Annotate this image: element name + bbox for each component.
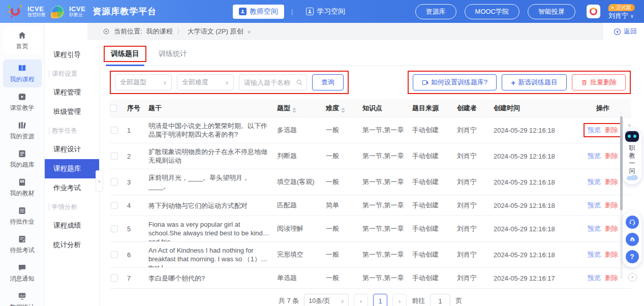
annotation-box-filters: 全部题型∨ 全部难度∨ 查询	[110, 71, 349, 94]
headset-icon	[629, 219, 636, 226]
user-menu[interactable]: 刘肖宁 ∨	[608, 12, 634, 19]
preview-link[interactable]: 预览	[588, 251, 601, 258]
sidebar-item-my-question-bank[interactable]: 我的题库	[3, 145, 42, 173]
row-checkbox[interactable]	[111, 251, 118, 258]
close-icon: ×	[631, 274, 634, 280]
menu-item-homework-exams[interactable]: 作业考试	[45, 178, 99, 198]
menu-item-class-management[interactable]: 班级管理	[45, 102, 99, 121]
row-operations: 预览删除	[585, 272, 621, 284]
delete-link[interactable]: 删除	[605, 126, 618, 134]
row-checkbox[interactable]	[111, 225, 118, 232]
help-button[interactable]: ?	[626, 250, 639, 263]
question-source: 手动创建	[412, 121, 457, 139]
location-icon	[103, 28, 110, 35]
sidebar-item-data-statistics[interactable]: 数据统计	[3, 287, 42, 306]
video-help-icon	[422, 79, 428, 86]
resource-library-button[interactable]: 资源库	[415, 4, 456, 19]
question-type: 完形填空	[277, 246, 326, 263]
goto-page-input[interactable]	[430, 294, 450, 306]
top-header: ICVE智慧职教 ICVE职教云 资源库教学平台 教师空间 | 学习空间	[0, 0, 644, 23]
delete-link[interactable]: 删除	[605, 251, 618, 258]
back-arrow-icon	[614, 28, 621, 36]
col-header-stem: 题干	[148, 104, 277, 113]
preview-link[interactable]: 预览	[588, 274, 601, 282]
preview-link[interactable]: 预览	[588, 178, 601, 186]
row-operations: 预览删除	[585, 150, 621, 162]
breadcrumb-current[interactable]: 大学语文 (2P) 原创	[188, 27, 243, 36]
row-index: 2	[127, 148, 148, 164]
sidebar-item-my-resources[interactable]: 我的资源	[3, 116, 42, 144]
user-avatar[interactable]	[587, 5, 600, 18]
menu-item-course-guide[interactable]: 课程引导	[45, 45, 99, 65]
sidebar-item-classroom-teaching[interactable]: 课堂教学	[3, 88, 42, 116]
question-bank-icon	[17, 149, 27, 159]
tab-training-statistics[interactable]: 训练统计	[158, 45, 188, 66]
breadcrumb-chevron-icon[interactable]: ∨	[247, 29, 251, 35]
col-header-knowledge: 知识点	[362, 104, 412, 113]
delete-link[interactable]: 删除	[605, 152, 618, 160]
page-1-button[interactable]: 1	[373, 294, 387, 306]
difficulty-select[interactable]: 全部难度∨	[177, 74, 234, 90]
sort-icon[interactable]	[292, 108, 296, 113]
page-size-select[interactable]: 10条/页∨	[304, 294, 349, 306]
add-training-questions-button[interactable]: + 新选训练题目	[502, 74, 567, 90]
created-time: 2024-05-29 12:16:18	[494, 221, 578, 237]
preview-link[interactable]: 预览	[588, 126, 601, 134]
menu-item-statistical-analysis[interactable]: 统计分析	[45, 235, 99, 255]
preview-link[interactable]: 预览	[588, 152, 601, 160]
edition-badge: 正式版	[608, 4, 635, 11]
preview-link[interactable]: 预览	[588, 225, 601, 232]
row-checkbox[interactable]	[111, 202, 118, 209]
sort-icon[interactable]	[341, 108, 345, 113]
delete-link[interactable]: 删除	[605, 178, 618, 186]
col-header-difficulty[interactable]: 难度	[326, 104, 362, 113]
menu-item-course-grades[interactable]: 课程成绩	[45, 216, 99, 235]
row-checkbox[interactable]	[111, 274, 118, 282]
left-sidebar: 首页 我的课程 课堂教学 我的资源 我的题库 我的教材	[0, 23, 45, 306]
row-checkbox[interactable]	[111, 152, 118, 160]
learning-space-button[interactable]: 学习空间	[300, 5, 351, 19]
sidebar-item-pending-exams[interactable]: 待批考试	[3, 230, 42, 258]
back-link[interactable]: 返回	[614, 27, 637, 36]
prev-page-button[interactable]: ‹	[354, 294, 368, 306]
delete-link[interactable]: 删除	[605, 201, 618, 209]
tab-training-questions[interactable]: 训练题目	[110, 45, 140, 66]
ai-assistant-widget[interactable]: 职教一问	[623, 129, 641, 185]
menu-item-course-question-bank[interactable]: 课程题库	[45, 159, 99, 178]
created-time: 2024-05-29 12:16:18	[494, 123, 578, 138]
menu-collapse-button[interactable]: «	[96, 170, 103, 192]
preview-link[interactable]: 预览	[588, 201, 601, 209]
search-button[interactable]: 查询	[312, 74, 344, 90]
table-row: 2 扩散现象说明物质的分子在永不停息地做无规则运动 判断题 一般 第一节,第一章…	[110, 143, 631, 169]
close-widgets-button[interactable]: ×	[628, 273, 637, 282]
customer-service-button[interactable]	[626, 216, 639, 229]
sidebar-item-my-courses[interactable]: 我的课程	[3, 59, 42, 87]
teacher-space-icon	[239, 8, 247, 15]
delete-link[interactable]: 删除	[605, 274, 618, 282]
sidebar-item-my-textbooks[interactable]: 我的教材	[3, 173, 42, 201]
batch-delete-button[interactable]: 批量删除	[572, 74, 626, 90]
breadcrumb-parent[interactable]: 我的课程	[146, 27, 173, 36]
select-all-checkbox[interactable]	[110, 105, 117, 112]
smart-casting-button[interactable]: 智能投屏	[528, 4, 575, 19]
breadcrumb-prefix: 当前位置:	[114, 27, 142, 36]
app-window: ICVE智慧职教 ICVE职教云 资源库教学平台 教师空间 | 学习空间	[0, 0, 644, 306]
sidebar-item-pending-homework[interactable]: 待批作业	[3, 202, 42, 230]
chevron-down-icon: ∨	[630, 13, 634, 19]
download-button[interactable]	[626, 233, 639, 246]
next-page-button[interactable]: ›	[392, 294, 407, 306]
teacher-space-button[interactable]: 教师空间	[233, 5, 284, 19]
menu-item-course-design[interactable]: 课程设计	[45, 140, 99, 159]
question-type-select[interactable]: 全部题型∨	[115, 74, 172, 90]
col-header-type[interactable]: 题型	[277, 104, 326, 113]
sidebar-item-home[interactable]: 首页	[3, 26, 42, 54]
how-to-setup-button[interactable]: 如何设置训练题库?	[413, 74, 497, 90]
search-box	[239, 74, 307, 90]
breadcrumb-separator: 〉	[177, 27, 183, 36]
menu-item-course-management[interactable]: 课程管理	[45, 83, 99, 102]
mooc-college-button[interactable]: MOOC学院	[465, 4, 519, 19]
delete-link[interactable]: 删除	[605, 225, 618, 232]
sidebar-item-notifications[interactable]: 消息通知	[3, 259, 42, 287]
row-checkbox[interactable]	[111, 178, 118, 186]
row-checkbox[interactable]	[111, 127, 118, 134]
